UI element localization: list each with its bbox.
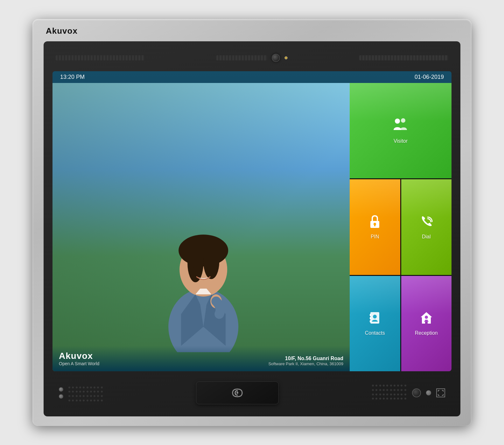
visitor-label: Visitor	[394, 138, 408, 144]
inner-grille	[216, 55, 267, 60]
status-bar: 13:20 PM 01-06-2019	[52, 71, 452, 83]
sensor-dot	[426, 390, 431, 395]
speaker-dots-right	[372, 385, 407, 401]
side-dots-left	[59, 387, 63, 399]
svg-point-21	[236, 392, 238, 394]
svg-rect-16	[370, 317, 371, 319]
contacts-button[interactable]: Contacts	[350, 276, 400, 371]
pin-icon	[368, 215, 381, 231]
svg-rect-17	[370, 320, 371, 322]
dial-label: Dial	[422, 234, 431, 240]
person-svg	[146, 193, 261, 352]
dot-2	[59, 394, 63, 399]
svg-point-7	[207, 266, 214, 271]
top-hardware-bar	[52, 50, 452, 65]
speaker-grille-right	[359, 55, 448, 60]
bottom-center-hardware	[196, 381, 279, 404]
buttons-grid: Visitor PIN	[350, 83, 452, 371]
camera-lens-bottom	[412, 388, 421, 397]
pin-button[interactable]: PIN	[350, 179, 400, 275]
camera-module	[216, 54, 288, 62]
camera-sensor	[284, 56, 288, 59]
nfc-icon	[229, 387, 245, 399]
address-info: 10/F, No.56 Guanri Road Software Park II…	[268, 356, 343, 366]
svg-point-4	[187, 244, 203, 282]
svg-point-0	[168, 289, 238, 352]
bottom-right-hardware	[372, 385, 445, 401]
main-screen: 13:20 PM 01-06-2019	[52, 71, 452, 371]
address-line2: Software Park II, Xiamen, China, 361009	[268, 361, 343, 366]
brand-info: Akuvox Open A Smart World	[59, 351, 99, 366]
reception-icon	[419, 311, 433, 328]
svg-point-6	[193, 266, 200, 271]
svg-rect-15	[370, 314, 371, 316]
contacts-label: Contacts	[365, 330, 385, 336]
speaker-grid-left	[68, 387, 103, 403]
svg-point-5	[203, 244, 219, 279]
camera-overlay: Akuvox Open A Smart World 10/F, No.56 Gu…	[52, 346, 350, 371]
dial-button[interactable]: Dial	[401, 179, 452, 275]
speaker-grille-left	[56, 55, 145, 60]
camera-lens-top	[272, 54, 280, 62]
screen-content: Akuvox Open A Smart World 10/F, No.56 Gu…	[52, 83, 452, 371]
speaker-dots-left	[68, 387, 102, 400]
brand-name-screen: Akuvox	[59, 351, 99, 361]
address-line1: 10/F, No.56 Guanri Road	[268, 356, 343, 361]
visitor-icon	[391, 117, 410, 136]
svg-point-9	[395, 119, 400, 124]
svg-point-20	[425, 316, 428, 319]
nfc-reader[interactable]	[196, 381, 279, 404]
device-frame: Akuvox 13:20 PM 01-06-2019	[32, 19, 472, 426]
svg-point-10	[401, 118, 405, 123]
dot-1	[59, 387, 63, 392]
brand-logo: Akuvox	[46, 26, 78, 36]
status-time: 13:20 PM	[60, 74, 85, 80]
brand-tagline-screen: Open A Smart World	[59, 361, 99, 366]
bottom-hardware	[52, 377, 452, 409]
reception-label: Reception	[415, 330, 438, 336]
pin-label: PIN	[371, 234, 379, 240]
camera-feed: Akuvox Open A Smart World 10/F, No.56 Gu…	[52, 83, 350, 371]
svg-rect-13	[374, 224, 375, 226]
svg-point-18	[373, 315, 377, 318]
contacts-icon	[368, 311, 381, 328]
camera-image	[52, 83, 350, 371]
scan-frame-icon	[436, 388, 445, 397]
dial-icon	[419, 215, 433, 231]
reception-button[interactable]: Reception	[401, 276, 452, 371]
visitor-button[interactable]: Visitor	[350, 83, 452, 178]
bottom-left-hardware	[59, 387, 102, 400]
device-panel: 13:20 PM 01-06-2019	[44, 41, 460, 416]
status-date: 01-06-2019	[415, 74, 444, 80]
